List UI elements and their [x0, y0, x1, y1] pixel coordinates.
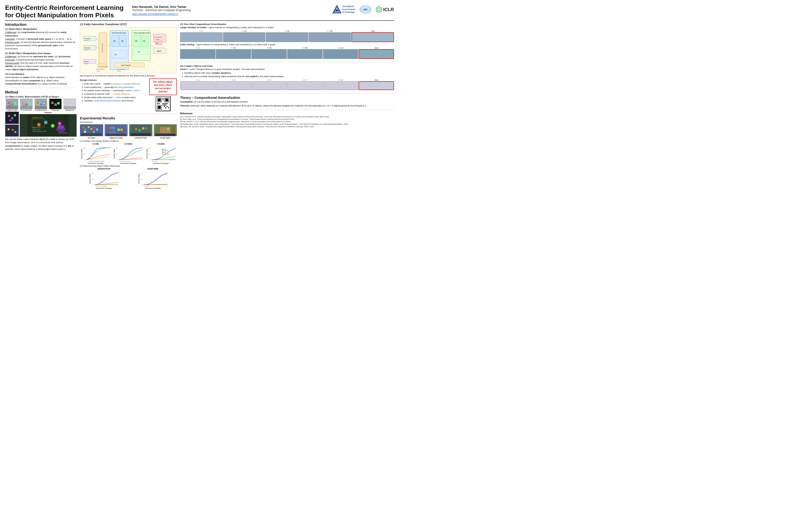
divider-3 [180, 62, 394, 62]
design-choice-1: Multi-view inputs → handles occlusion + … [84, 82, 147, 86]
svg-text:Action: Action [84, 61, 89, 62]
sub2-challenges: Challenges: (a) How do we represent the … [5, 55, 77, 58]
chart-2cubes-area: Success Rate 100 50 [113, 146, 143, 163]
svg-point-3 [376, 7, 382, 12]
chart-ordered-push: Ordered-Push Success Rate 10 [80, 168, 128, 189]
ts1-t80: t = 80 [266, 30, 308, 42]
push-t-desc: Push-T - push T-shaped blocks to a goal … [180, 68, 394, 71]
timestep-row-2: t = 1 t = 40 t = 80 t = 100 [180, 47, 394, 59]
svg-point-56 [57, 125, 64, 129]
design-choice-2: Goal-conditioning → generalize to new go… [84, 86, 147, 89]
svg-rect-190 [162, 154, 164, 154]
svg-text:0  100000 200000 300000 400000: 0 100000 200000 300000 400000 [89, 161, 104, 162]
svg-rect-126 [167, 106, 168, 107]
environments-row: 8-Cubes [80, 124, 177, 139]
ts3-t2: t = 2 [216, 79, 251, 90]
ordered-push-area: Success Rate 100 50 [89, 170, 119, 188]
svg-text:Goal Particles: Goal Particles [96, 69, 104, 70]
theory-section: Theory – Compositional Generalization As… [180, 96, 394, 107]
chart-1cube-title: 1-Cube [92, 143, 99, 145]
svg-rect-8 [14, 102, 16, 104]
eit-diagram: Particles View 1 Particles View 2 Action… [80, 27, 177, 73]
ts2-t40-label: t = 40 [231, 47, 236, 49]
svg-rect-19 [40, 103, 42, 106]
ts2-goal-label: Goal [375, 47, 378, 49]
env-img-4 [154, 124, 177, 136]
ts2-t40: t = 40 [216, 47, 251, 59]
env-item-3: Ordered-Push [129, 124, 152, 139]
eit-title: (2) Entity Interaction Transformer (EIT) [80, 23, 177, 26]
timestep-row-3: t = 1 t = 2 t = 3 t = 7 [180, 79, 394, 90]
svg-text:100: 100 [116, 148, 118, 149]
chart-2cubes-title: 2-Cubes [125, 143, 132, 145]
foreground-placeholder [49, 99, 62, 109]
svg-rect-115 [157, 103, 158, 104]
svg-text:View 1: View 1 [96, 71, 100, 72]
callout-box: For rollout videosand more, checkout our… [149, 78, 177, 95]
svg-rect-123 [167, 103, 168, 104]
svg-rect-28 [57, 102, 60, 104]
particles-label: Particles [44, 112, 52, 114]
cube-sorting-title: Cube Sorting - Agent trained on manipula… [180, 43, 394, 46]
svg-text:0     1     2     3     4     : 0 1 2 3 4 5 [152, 161, 157, 162]
chart-3cubes-title: 3-Cubes [157, 143, 165, 145]
svg-text:Scale sₚ ∈ ℝ: Scale sₚ ∈ ℝ [33, 129, 40, 130]
svg-rect-117 [163, 103, 164, 104]
ordered-push-svg: 100 50 0 [91, 170, 119, 187]
svg-rect-154 [162, 128, 164, 130]
divider-5 [180, 110, 394, 110]
svg-rect-114 [163, 99, 164, 100]
reconstruction-placeholder [20, 99, 33, 109]
sub1-title: (1) Multi-Object Manipulation [5, 27, 77, 30]
ts2-t80: t = 80 [251, 47, 287, 59]
svg-rect-147 [135, 128, 137, 130]
project-link[interactable]: sites.google.com/view/entity-centric-rl [132, 13, 204, 16]
experimental-section: Experimental Results Environments [80, 116, 177, 190]
theory-block: Assumption: Q* can be written in the for… [180, 100, 394, 107]
experimental-title: Experimental Results [80, 116, 177, 120]
svg-point-38 [7, 128, 10, 130]
sub3-title: (3) Generalization [5, 73, 77, 75]
svg-text:View Encoding: View Encoding [99, 66, 108, 67]
push-t-point-2: Inferring and accurately manipulating ob… [184, 75, 394, 78]
ts2-goal: Goal [359, 47, 394, 59]
left-column: Introduction (1) Multi-Object Manipulati… [5, 23, 77, 263]
env-8cubes-svg [81, 125, 101, 136]
svg-point-33 [8, 115, 10, 117]
ref-4: [4] Zadaianchuk, Andrii, Maximilian Seit… [180, 123, 394, 126]
svg-rect-140 [112, 127, 115, 129]
chart-1cube-x-label: Environment Timesteps [88, 163, 104, 164]
poster: Entity-Centric Reinforcement Learning fo… [0, 0, 399, 266]
design-choices-block: Design choices: Multi-view inputs → hand… [80, 78, 147, 103]
svg-text:SA: SA [121, 40, 124, 42]
qr-svg [156, 97, 170, 111]
sub1-approach: Approach: Consider a factorized state sp… [5, 37, 77, 41]
svg-rect-148 [138, 129, 141, 131]
svg-rect-16 [20, 106, 32, 109]
ts2-t80-img [251, 49, 287, 59]
push-t-points: Handling objects with more complex dynam… [180, 71, 394, 78]
small-table-svg-wrap: 100 50 0 [140, 170, 168, 188]
svg-text:View 2: View 2 [84, 49, 89, 51]
svg-rect-7 [11, 103, 13, 106]
svg-rect-133 [93, 127, 95, 129]
ts2-t100-img [287, 49, 323, 59]
svg-rect-134 [96, 129, 98, 131]
complex-title: (4) Complex Objects and Goals [180, 64, 394, 67]
reconstruction-label: Reconstruction [21, 109, 32, 111]
design-choice-3: No explicit entity matching → seamlessly… [84, 89, 147, 92]
ts1-t80-img [266, 32, 308, 42]
ts2-t100-label: t = 100 [302, 47, 307, 49]
env-adjacent-svg [106, 125, 126, 136]
svg-text:Token: Token [156, 39, 159, 40]
ocr-images-row: Original Image [5, 99, 77, 111]
svg-point-36 [10, 119, 11, 121]
svg-rect-119 [165, 103, 166, 104]
foreground-label: Foreground [51, 109, 59, 111]
svg-rect-14 [28, 102, 31, 104]
chart-small-table: Small-Table Success Rate 100 [129, 168, 177, 189]
svg-text:100: 100 [149, 148, 151, 149]
method-sub1-title: (1) Object-Centric Representation (OCR) … [5, 95, 77, 98]
svg-text:CA: CA [156, 42, 158, 44]
ts2-t120-img [323, 49, 358, 59]
